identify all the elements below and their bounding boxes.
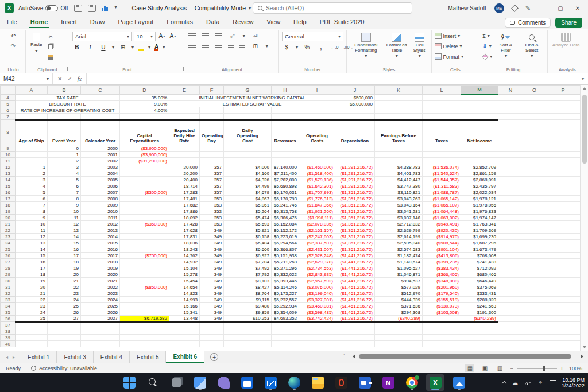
onenote-taskbar-button[interactable]: N <box>379 374 397 391</box>
cell[interactable]: $4,401,783 <box>375 170 423 177</box>
cell[interactable]: $4,326 <box>224 177 272 183</box>
cell[interactable]: 4.00% <box>120 107 169 114</box>
cell[interactable]: $1,699,230 <box>461 234 498 240</box>
cell[interactable]: ($914,970) <box>423 234 461 240</box>
cell[interactable]: $577,029 <box>375 284 423 290</box>
cell[interactable]: 12 <box>16 234 48 240</box>
cell[interactable] <box>272 158 299 164</box>
fill-button[interactable]: ⬇▾ <box>482 42 492 51</box>
cell[interactable] <box>120 297 169 303</box>
align-middle-icon[interactable] <box>202 33 209 38</box>
cell[interactable]: ($340,289) <box>461 316 498 322</box>
cell[interactable] <box>546 253 581 259</box>
cell[interactable] <box>272 107 299 114</box>
worksheet-grid[interactable]: ABCDEFGHIJKLMNOP 4TAX RATE35.00%INITIAL … <box>0 85 588 351</box>
cell[interactable] <box>523 114 546 120</box>
cell[interactable] <box>120 170 169 177</box>
cell[interactable] <box>546 107 581 114</box>
expand-formula-bar-icon[interactable]: ▾ <box>578 73 588 84</box>
row-header-14[interactable]: 14 <box>1 177 16 183</box>
cell[interactable]: 2020 <box>81 271 120 278</box>
column-header-C[interactable]: C <box>81 86 120 95</box>
cell[interactable]: ($3,076,000) <box>299 284 335 290</box>
merge-center-icon[interactable]: ⊞ <box>251 42 260 51</box>
cell[interactable]: 2007 <box>81 189 120 196</box>
cell[interactable]: ($1,361,216.72) <box>335 240 375 246</box>
cell[interactable]: 17,481 <box>169 196 200 202</box>
cell[interactable]: ($3,460,081) <box>299 303 335 309</box>
cell[interactable]: $9,859 <box>224 309 272 316</box>
cell[interactable]: 15,341 <box>169 309 200 316</box>
cell[interactable]: ($1,847,366) <box>299 202 335 208</box>
cell[interactable]: $6,386,476 <box>272 215 299 221</box>
new-sheet-button[interactable]: + <box>210 353 218 361</box>
cell[interactable] <box>498 196 523 202</box>
cell[interactable] <box>523 259 546 265</box>
cell[interactable] <box>498 284 523 290</box>
cell[interactable]: ($2,078,035) <box>299 221 335 227</box>
cell[interactable]: ($1,291,216.72) <box>335 177 375 183</box>
cell[interactable] <box>81 341 120 347</box>
cell[interactable] <box>546 265 581 271</box>
cell[interactable] <box>546 202 581 208</box>
excel-app-icon[interactable]: X <box>5 3 14 13</box>
cell[interactable]: $4,693,352 <box>272 316 299 322</box>
cell[interactable] <box>272 341 299 347</box>
cell[interactable]: 349 <box>200 303 224 309</box>
cell[interactable]: $371,636 <box>375 303 423 309</box>
cell[interactable] <box>120 290 169 297</box>
cell[interactable]: 349 <box>200 271 224 278</box>
cell[interactable]: 15 <box>16 253 48 259</box>
cell[interactable] <box>523 107 546 114</box>
cell[interactable]: 4 <box>48 170 81 177</box>
menu-tab-data[interactable]: Data <box>205 17 220 28</box>
cell[interactable]: 357 <box>200 170 224 177</box>
cell[interactable] <box>200 145 224 152</box>
volume-muted-icon[interactable]: ᳁ <box>536 379 544 386</box>
column-header-B[interactable]: B <box>48 86 81 95</box>
cell[interactable]: 16 <box>16 259 48 265</box>
column-header-L[interactable]: L <box>423 86 461 95</box>
cell[interactable] <box>546 335 581 341</box>
cell[interactable] <box>81 328 120 335</box>
accounting-format-icon[interactable]: $ <box>282 43 291 52</box>
search-bar[interactable] <box>253 2 412 14</box>
cell[interactable] <box>272 114 299 120</box>
teams-taskbar-button[interactable] <box>355 374 374 391</box>
cell[interactable]: 13,448 <box>169 316 200 322</box>
cell[interactable]: ($1,351,216.72) <box>335 196 375 202</box>
cell[interactable] <box>461 145 498 152</box>
cell[interactable]: 23 <box>48 290 81 297</box>
cell[interactable] <box>169 152 200 158</box>
cell[interactable]: 20,000 <box>169 164 200 170</box>
chrome-taskbar-button[interactable] <box>403 374 421 391</box>
app-red-taskbar-button[interactable] <box>332 374 350 391</box>
cell[interactable]: $5,173,227 <box>272 290 299 297</box>
cell[interactable]: ($1,351,216.72) <box>335 215 375 221</box>
cell[interactable] <box>523 328 546 335</box>
cell[interactable] <box>81 322 120 328</box>
cell[interactable]: 10 <box>16 221 48 227</box>
cell[interactable]: ($1,441,216.72) <box>335 265 375 271</box>
cell[interactable] <box>423 341 461 347</box>
row-header-4[interactable]: 4 <box>1 95 16 101</box>
font-dialog-launcher[interactable] <box>180 67 184 71</box>
cell[interactable] <box>546 290 581 297</box>
cell[interactable] <box>546 196 581 202</box>
cell[interactable] <box>169 335 200 341</box>
cell[interactable]: Expected Daily Hire Rate <box>169 120 200 145</box>
cell[interactable]: 2003 <box>81 164 120 170</box>
cell[interactable] <box>546 240 581 246</box>
cell[interactable]: 7 <box>16 202 48 208</box>
cell[interactable]: TAX RATE <box>16 95 120 101</box>
column-header-M[interactable]: M <box>461 86 498 95</box>
cell[interactable] <box>523 152 546 158</box>
autosave-switch-icon[interactable] <box>45 5 58 11</box>
cell[interactable]: 2012 <box>81 221 120 227</box>
cell[interactable] <box>498 202 523 208</box>
cell[interactable]: 1 <box>16 164 48 170</box>
row-header-17[interactable]: 17 <box>1 196 16 202</box>
cell[interactable]: 17,831 <box>169 234 200 240</box>
row-header-6[interactable]: 6 <box>1 107 16 114</box>
cell[interactable] <box>523 240 546 246</box>
